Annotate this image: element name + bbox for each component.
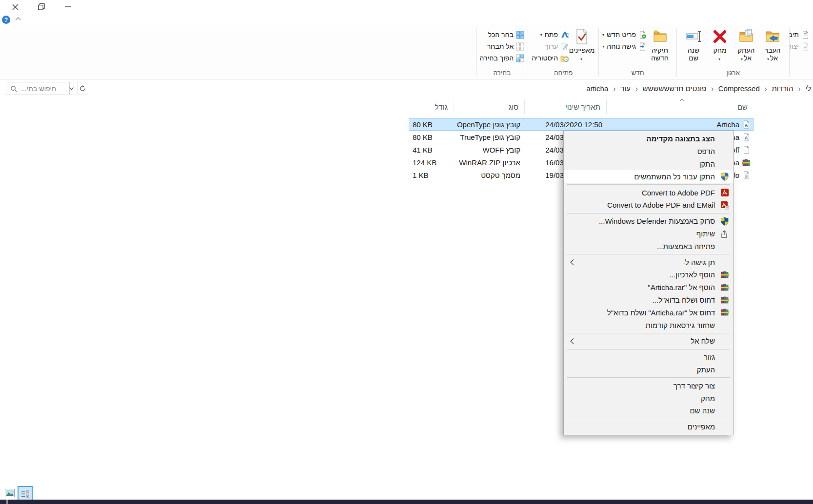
menu-separator — [567, 377, 730, 378]
close-button[interactable] — [4, 0, 26, 14]
restore-button[interactable] — [30, 0, 53, 14]
menu-item[interactable]: הדפס — [564, 145, 734, 158]
ribbon-group-selection: בחר הכל אל תבחר הפוך בחירה בחירה — [476, 25, 528, 79]
ribbon-button-new-small-0[interactable]: פריט חדש ▾ — [602, 29, 647, 40]
menu-item[interactable]: דחוס אל "Articha.rar" ושלח בדוא"ל — [564, 306, 734, 319]
ribbon-button-organize-1[interactable]: העתק אל▾ — [733, 28, 759, 63]
file-type: קובץ WOFF — [454, 146, 524, 154]
sort-ascending-icon — [679, 98, 685, 102]
menu-item[interactable]: הוסף לארכיון... — [564, 269, 734, 281]
file-type: קובץ גופן TrueType — [454, 133, 524, 141]
ribbon-button-open-0[interactable]: מאפיינים ▾ — [569, 28, 595, 63]
dropdown-arrow-icon: ▾ — [580, 57, 582, 61]
ribbon-button-clipboard-cut-small-1[interactable]: יצור דרך — [790, 40, 810, 52]
menu-item-label: דחוס ושלח בדוא"ל... — [652, 296, 715, 304]
breadcrumb-item[interactable]: Compressed — [717, 84, 761, 93]
menu-item[interactable]: העתק — [564, 364, 734, 376]
column-header-1[interactable]: תאריך שינוי — [524, 99, 606, 114]
menu-item[interactable]: מאפיינים — [564, 421, 734, 433]
menu-item[interactable]: התקן עבור כל המשתמשים — [564, 170, 734, 183]
dropdown-arrow-icon: ▾ — [602, 33, 604, 37]
ribbon-group-label: פתיחה — [528, 69, 598, 79]
dropdown-arrow-icon: ▾ — [718, 57, 720, 61]
invert-selection-icon — [516, 54, 524, 62]
menu-item[interactable]: הוסף אל "Articha.rar" — [564, 281, 734, 294]
dropdown-arrow-icon: ▾ — [602, 44, 604, 49]
menu-separator — [567, 349, 730, 349]
menu-item[interactable]: סרוק באמצעות Windows Defender... — [564, 215, 734, 228]
view-thumbnail-button[interactable] — [5, 489, 15, 497]
defender-icon — [720, 217, 729, 226]
file-size: 41 KB — [409, 146, 454, 154]
winrar-file-icon — [742, 158, 751, 167]
help-button[interactable]: ? — [2, 16, 10, 24]
ribbon-group-separator — [598, 28, 599, 77]
view-thumbnail-icon — [5, 489, 15, 497]
menu-item[interactable]: צור קיצור דרך — [564, 379, 734, 392]
menu-item-label: הוסף לארכיון... — [669, 271, 715, 279]
refresh-button[interactable] — [78, 82, 88, 95]
menu-item[interactable]: שיתוף — [564, 228, 734, 240]
breadcrumb-item[interactable]: הורדות — [771, 84, 794, 93]
breadcrumb-item[interactable]: articha — [585, 84, 609, 93]
ribbon-button-new-small-1[interactable]: גישה נוחה ▾ — [602, 40, 647, 52]
ribbon-button-open-small-0[interactable]: פתח ▾ — [532, 29, 569, 40]
ribbon-button-selection-small-1[interactable]: אל תבחר — [480, 40, 525, 52]
ribbon-button-clipboard-cut-small-0[interactable]: תיב — [790, 29, 810, 40]
menu-item[interactable]: תן גישה ל- — [564, 256, 734, 269]
file-row[interactable]: AArticha 24/03/2020 12:50 קובץ גופן Open… — [409, 118, 754, 131]
ribbon-group-separator — [528, 28, 528, 77]
menu-item[interactable]: שחזור גירסאות קודמות — [564, 319, 734, 331]
menu-item[interactable]: הצג בתצוגה מקדימה — [564, 133, 734, 145]
menu-item-label: מחק — [701, 394, 715, 403]
minimize-button[interactable] — [57, 0, 79, 14]
menu-item-label: שלח אל — [691, 337, 715, 345]
ribbon-collapse-button[interactable] — [15, 17, 21, 21]
titlebar — [0, 0, 813, 14]
ribbon-button-organize-0[interactable]: העבר אל▾ — [759, 28, 786, 63]
submenu-chevron-icon — [569, 337, 575, 345]
context-menu: הצג בתצוגה מקדימה הדפס התקן התקן עבור כל… — [563, 131, 734, 435]
menu-item-label: הצג בתצוגה מקדימה — [646, 135, 715, 143]
breadcrumb-item[interactable]: עוד — [619, 84, 632, 93]
search-icon — [10, 85, 17, 92]
column-header-0[interactable]: שם — [606, 99, 754, 114]
file-date: 24/03/2020 12:50 — [524, 120, 606, 129]
file-type: ארכיון WinRAR ZIP — [454, 158, 524, 167]
ribbon-button-new-0[interactable]: תיקיה חדשה — [647, 28, 673, 62]
menu-item[interactable]: דחוס ושלח בדוא"ל... — [564, 294, 734, 307]
ribbon-group-organize: העבר אל▾ העתק אל▾ מחק ▾ שנה שםארגון — [677, 25, 789, 79]
dropdown-arrow-icon: ▾ — [741, 57, 743, 61]
ribbon-button-selection-small-0[interactable]: בחר הכל — [480, 29, 525, 40]
menu-item[interactable]: התקן — [564, 158, 734, 171]
menu-item[interactable]: שלח אל — [564, 335, 734, 348]
breadcrumb-chevron-icon: ‹ — [707, 83, 717, 94]
menu-item[interactable]: שנה שם — [564, 405, 734, 417]
properties-icon — [574, 28, 590, 45]
menu-item-label: Convert to Adobe PDF — [642, 189, 715, 197]
minimize-icon — [64, 3, 71, 10]
menu-item-label: מאפיינים — [688, 423, 715, 431]
open-icon — [560, 31, 569, 39]
breadcrumb-item[interactable]: לי — [804, 84, 812, 93]
menu-item[interactable]: מחק — [564, 392, 734, 405]
ribbon-button-organize-2[interactable]: מחק ▾ — [707, 28, 733, 63]
ribbon-button-open-small-1[interactable]: ערוך — [532, 40, 569, 52]
menu-separator — [567, 419, 730, 419]
column-header-2[interactable]: סוג — [454, 99, 524, 114]
close-icon — [12, 3, 19, 11]
taskbar[interactable] — [0, 500, 813, 504]
column-header-3[interactable]: גודל — [409, 99, 454, 114]
text-file-icon — [742, 171, 751, 179]
ribbon-button-selection-small-2[interactable]: הפוך בחירה — [480, 52, 525, 64]
ribbon-button-organize-3[interactable]: שנה שם — [680, 28, 707, 62]
menu-item[interactable]: Convert to Adobe PDF — [564, 186, 734, 199]
breadcrumb-item[interactable]: פונטים חדשששששש — [642, 84, 708, 93]
ribbon-button-open-small-2[interactable]: היסטוריה — [532, 52, 569, 64]
search-input[interactable]: חיפוש בתי... — [6, 82, 70, 95]
address-dropdown-button[interactable] — [66, 82, 77, 95]
menu-item[interactable]: Convert to Adobe PDF and EMail — [564, 199, 734, 212]
menu-item[interactable]: פתיחה באמצעות... — [564, 240, 734, 252]
copy-path-icon — [801, 31, 810, 39]
menu-item[interactable]: גזור — [564, 351, 734, 364]
